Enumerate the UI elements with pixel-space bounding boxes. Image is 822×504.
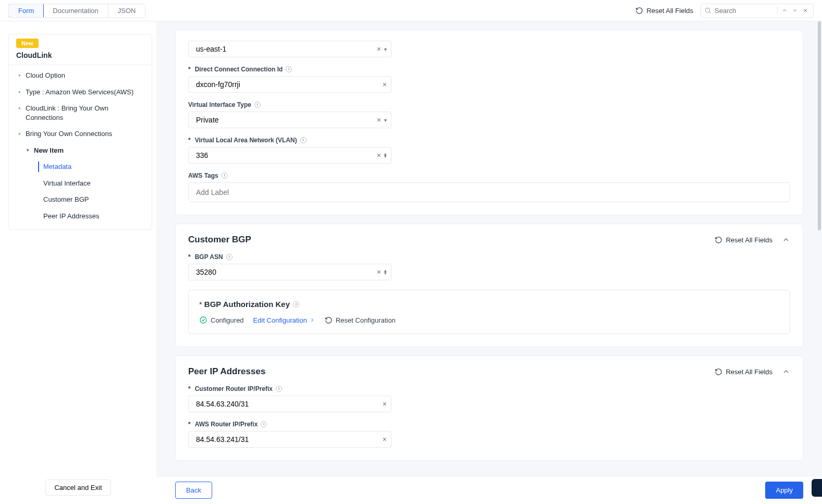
customer-ip-input-wrap[interactable]: × (188, 396, 391, 412)
tab-documentation[interactable]: Documentation (43, 4, 108, 17)
search-box[interactable] (701, 4, 814, 18)
clear-icon[interactable]: × (383, 400, 387, 408)
region-select[interactable]: × ▾ (188, 41, 391, 57)
vitype-select[interactable]: × ▾ (188, 112, 391, 128)
new-badge: New (16, 39, 39, 48)
bgp-auth-title: BGP Authorization Key (204, 300, 290, 309)
sidebar-title: CloudLink (9, 48, 152, 65)
reset-all-top-label: Reset All Fields (646, 7, 693, 15)
region-value[interactable] (195, 44, 377, 54)
customer-ip-input[interactable] (195, 399, 383, 409)
info-icon[interactable]: i (261, 421, 267, 427)
reset-icon (325, 316, 333, 324)
customer-ip-label: Customer Router IP/Prefix (195, 385, 273, 392)
search-icon (704, 7, 711, 14)
tags-input-wrap[interactable] (188, 182, 790, 202)
search-clear-icon[interactable] (801, 7, 810, 14)
sidebar-item-cloud-option[interactable]: ●Cloud Option (9, 67, 152, 84)
info-icon[interactable]: i (293, 301, 299, 308)
tab-json[interactable]: JSON (108, 4, 145, 17)
bgp-asn-input-wrap[interactable]: × ▴▾ (188, 264, 391, 280)
info-icon[interactable]: i (222, 173, 228, 179)
clear-icon[interactable]: × (377, 45, 381, 53)
vlan-input[interactable] (195, 151, 377, 160)
search-next-icon[interactable] (790, 7, 800, 14)
info-icon[interactable]: i (276, 386, 282, 392)
collapse-icon[interactable] (782, 367, 790, 376)
apply-button[interactable]: Apply (765, 482, 803, 499)
reset-peer[interactable]: Reset All Fields (715, 368, 772, 376)
check-circle-icon (199, 316, 207, 324)
search-input[interactable] (713, 6, 775, 16)
clear-icon[interactable]: × (377, 116, 381, 124)
field-tags: AWS Tagsi (188, 172, 790, 202)
reset-icon (635, 7, 643, 15)
bgp-auth-card: *BGP Authorization Keyi Configured Edit … (188, 290, 790, 334)
tags-input[interactable] (195, 188, 783, 197)
back-button[interactable]: Back (175, 482, 212, 499)
vlan-input-wrap[interactable]: × ▴▾ (188, 147, 391, 164)
bgp-auth-status: Configured (199, 316, 244, 324)
bgp-asn-input[interactable] (195, 267, 377, 277)
field-dccid: *Direct Connect Connection Idi × (188, 66, 790, 93)
aws-ip-label: AWS Router IP/Prefix (195, 421, 258, 428)
peer-section-title: Peer IP Addresses (188, 366, 265, 377)
sidebar-item-customer-bgp[interactable]: Customer BGP (9, 191, 152, 208)
chevron-down-icon[interactable]: ▾ (384, 117, 387, 123)
vitype-value[interactable] (195, 115, 377, 125)
field-vlan: *Virtual Local Area Network (VLAN)i × ▴▾ (188, 137, 790, 164)
view-tabs: Form Documentation JSON (8, 4, 145, 18)
bgp-section-title: Customer BGP (188, 235, 251, 245)
reset-icon (715, 236, 722, 244)
sidebar-item-metadata[interactable]: Metadata (9, 158, 152, 175)
svg-line-1 (709, 12, 711, 14)
reset-configuration-link[interactable]: Reset Configuration (325, 316, 396, 324)
info-icon[interactable]: i (254, 102, 261, 108)
field-aws-ip: *AWS Router IP/Prefixi × (188, 421, 790, 448)
reset-icon (715, 368, 722, 376)
field-customer-ip: *Customer Router IP/Prefixi × (188, 385, 790, 412)
sidebar-card: New CloudLink ●Cloud Option ●Type : Amaz… (8, 34, 152, 230)
clear-icon[interactable]: × (383, 81, 387, 88)
form-main: × ▾ *Direct Connect Connection Idi × Vir… (156, 21, 822, 504)
svg-point-0 (705, 8, 709, 12)
chat-fab[interactable] (812, 479, 822, 497)
chevron-down-icon[interactable]: ▾ (384, 46, 387, 52)
search-prev-icon[interactable] (780, 7, 789, 14)
reset-all-top[interactable]: Reset All Fields (635, 7, 693, 15)
sidebar-item-virtual-interface[interactable]: Virtual Interface (9, 175, 152, 192)
vitype-label: Virtual Interface Type (188, 101, 251, 108)
vlan-label: Virtual Local Area Network (VLAN) (195, 137, 297, 144)
dccid-input[interactable] (195, 80, 383, 89)
clear-icon[interactable]: × (377, 152, 381, 159)
scrollbar[interactable] (818, 21, 821, 230)
info-icon[interactable]: i (226, 254, 232, 260)
sidebar: New CloudLink ●Cloud Option ●Type : Amaz… (0, 21, 156, 504)
number-stepper[interactable]: ▴▾ (384, 153, 387, 158)
tags-label: AWS Tags (188, 172, 218, 179)
dccid-input-wrap[interactable]: × (188, 76, 391, 93)
section-virtual-interface: × ▾ *Direct Connect Connection Idi × Vir… (175, 30, 803, 215)
collapse-icon[interactable] (782, 236, 790, 244)
info-icon[interactable]: i (300, 137, 306, 143)
sidebar-item-peer-ip[interactable]: Peer IP Addresses (9, 208, 152, 225)
tab-form[interactable]: Form (8, 4, 44, 18)
sidebar-item-type[interactable]: ●Type : Amazon Web Services(AWS) (9, 84, 152, 101)
sidebar-item-new-item[interactable]: ▾New Item (9, 142, 152, 159)
info-icon[interactable]: i (286, 66, 292, 72)
number-stepper[interactable]: ▴▾ (384, 269, 387, 275)
aws-ip-input[interactable] (195, 435, 383, 444)
reset-bgp[interactable]: Reset All Fields (715, 236, 772, 244)
sidebar-item-byoc[interactable]: ●Bring Your Own Connections (9, 126, 152, 142)
sidebar-item-cloudlink[interactable]: ●CloudLink : Bring Your Own Connections (9, 100, 152, 126)
aws-ip-input-wrap[interactable]: × (188, 431, 391, 448)
clear-icon[interactable]: × (377, 268, 381, 276)
field-vitype: Virtual Interface Typei × ▾ (188, 101, 790, 128)
dccid-label: Direct Connect Connection Id (195, 66, 283, 73)
clear-icon[interactable]: × (383, 436, 387, 443)
cancel-exit-button[interactable]: Cancel and Exit (45, 480, 111, 496)
edit-configuration-link[interactable]: Edit Configuration (253, 316, 315, 324)
bgp-asn-label: BGP ASN (195, 253, 223, 261)
section-peer-ip: Peer IP Addresses Reset All Fields *Cust… (175, 355, 803, 461)
field-bgp-asn: *BGP ASNi × ▴▾ (188, 253, 790, 280)
